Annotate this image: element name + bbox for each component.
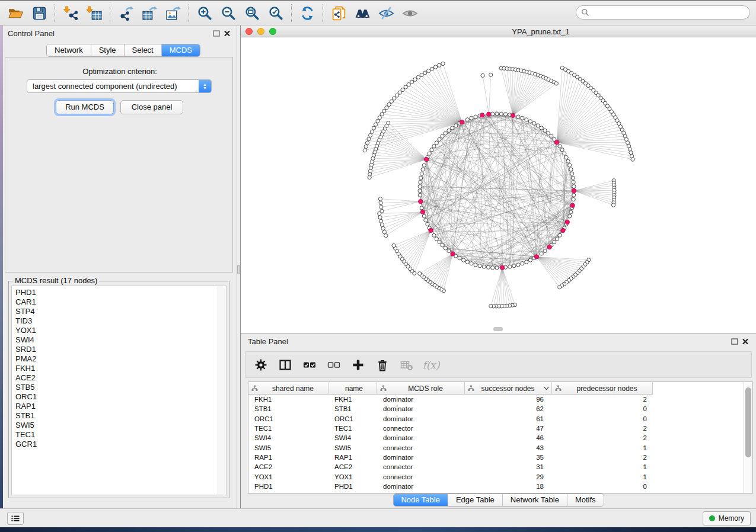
search-network-button[interactable]: [350, 2, 374, 24]
table-cell: connector: [377, 463, 465, 470]
table-row[interactable]: PHD1PHD1dominator180: [248, 482, 744, 491]
mcds-result-node: RAP1: [12, 402, 226, 411]
column-header-successor-nodes[interactable]: successor nodes: [465, 382, 552, 395]
tab-network[interactable]: Network: [47, 44, 91, 56]
table-row[interactable]: FKH1FKH1dominator962: [248, 395, 744, 404]
network-graph[interactable]: [241, 37, 756, 333]
function-builder-button[interactable]: f(x): [424, 358, 438, 372]
tab-select[interactable]: Select: [125, 44, 162, 56]
column-header-name[interactable]: name: [328, 382, 377, 395]
sort-chevron-icon: [544, 386, 549, 390]
table-cell: FKH1: [248, 396, 328, 403]
open-file-button[interactable]: [4, 2, 27, 24]
delete-table-button[interactable]: [400, 358, 414, 372]
table-cell: connector: [377, 425, 465, 432]
table-row[interactable]: YOX1YOX1connector291: [248, 472, 744, 481]
run-mcds-button[interactable]: Run MCDS: [56, 100, 114, 114]
zoom-selected-button[interactable]: [264, 2, 288, 24]
float-window-icon[interactable]: [731, 338, 738, 345]
search-icon: [581, 8, 589, 17]
mcds-result-node: FKH1: [12, 364, 226, 373]
table-cell: 29: [465, 473, 552, 480]
show-columns-button[interactable]: [278, 358, 292, 372]
mcds-result-node: STP4: [12, 307, 226, 316]
table-cell: 1: [552, 463, 653, 470]
column-header-predecessor-nodes[interactable]: predecessor nodes: [552, 382, 653, 395]
optimization-criterion-select[interactable]: largest connected component (undirected)…: [27, 79, 212, 93]
table-cell: ACE2: [248, 463, 328, 470]
refresh-layout-button[interactable]: [295, 2, 319, 24]
hide-selected-button[interactable]: [374, 2, 398, 24]
close-panel-icon[interactable]: [224, 30, 231, 37]
table-row[interactable]: ORC1ORC1dominator610: [248, 414, 744, 424]
network-hscroll-thumb[interactable]: [493, 327, 503, 331]
table-row[interactable]: RAP1RAP1dominator352: [248, 453, 744, 462]
add-column-button[interactable]: [351, 358, 365, 372]
global-search-input[interactable]: [592, 7, 749, 18]
mcds-result-node: TEC1: [12, 430, 226, 440]
column-header-shared-name[interactable]: shared name: [248, 382, 328, 395]
select-all-icon: [303, 358, 316, 371]
vertical-splitter[interactable]: [237, 25, 241, 508]
deselect-all-button[interactable]: [327, 358, 341, 372]
table-scrollbar[interactable]: [744, 382, 752, 493]
table-tab-edge-table[interactable]: Edge Table: [448, 494, 503, 506]
table-row[interactable]: TEC1TEC1connector472: [248, 424, 744, 433]
tab-mcds[interactable]: MCDS: [162, 44, 200, 56]
table-cell: 35: [465, 454, 552, 461]
clone-network-button[interactable]: [327, 2, 350, 24]
network-canvas[interactable]: [241, 37, 756, 333]
mcds-result-node: SRD1: [12, 345, 226, 354]
table-panel-title: Table Panel: [248, 337, 288, 346]
zoom-in-button[interactable]: [193, 2, 216, 24]
mcds-list-scrollbar[interactable]: [218, 286, 226, 495]
minimize-window-traffic-light[interactable]: [257, 28, 264, 35]
splitter-grip[interactable]: [237, 265, 240, 274]
import-network-button[interactable]: [59, 2, 82, 24]
shared-column-icon: [251, 385, 258, 392]
table-row[interactable]: SWI5SWI5connector431: [248, 443, 744, 452]
memory-status-icon: [709, 515, 715, 521]
float-window-icon[interactable]: [213, 30, 220, 37]
close-window-traffic-light[interactable]: [245, 28, 253, 35]
table-cell: 96: [465, 396, 552, 403]
table-row[interactable]: SWI4SWI4dominator462: [248, 433, 744, 443]
table-row[interactable]: STB1STB1dominator620: [248, 404, 744, 414]
table-tab-network-table[interactable]: Network Table: [503, 494, 567, 506]
task-history-button[interactable]: [7, 512, 24, 525]
export-image-button[interactable]: [161, 2, 185, 24]
delete-column-button[interactable]: [375, 358, 390, 372]
zoom-in-icon: [197, 5, 213, 21]
close-panel-icon[interactable]: [742, 338, 749, 345]
table-cell: SWI5: [328, 444, 377, 451]
close-panel-button[interactable]: Close panel: [120, 100, 183, 114]
table-cell: STB1: [248, 405, 328, 412]
select-all-button[interactable]: [302, 358, 317, 372]
save-session-button[interactable]: [27, 2, 51, 24]
mcds-result-node: YOX1: [12, 326, 226, 335]
control-panel: Control Panel NetworkStyleSelectMCDS Opt…: [3, 25, 237, 508]
table-settings-button[interactable]: [254, 358, 268, 372]
show-hidden-button[interactable]: [398, 2, 422, 24]
table-tab-motifs[interactable]: Motifs: [567, 494, 604, 506]
column-header-MCDS-role[interactable]: MCDS role: [377, 382, 465, 395]
maximize-window-traffic-light[interactable]: [269, 28, 276, 35]
export-table-button[interactable]: [138, 2, 161, 24]
shared-column-icon: [555, 385, 562, 392]
tab-style[interactable]: Style: [91, 44, 125, 56]
zoom-out-button[interactable]: [216, 2, 240, 24]
table-tab-node-table[interactable]: Node Table: [393, 494, 448, 506]
mcds-result-node: PHD1: [12, 288, 226, 297]
table-cell: 18: [465, 483, 552, 490]
import-table-button[interactable]: [82, 2, 106, 24]
export-network-icon: [118, 5, 134, 21]
trash-icon: [376, 358, 389, 371]
table-scrollbar-thumb[interactable]: [745, 387, 751, 457]
zoom-fit-button[interactable]: [240, 2, 264, 24]
status-bar: Memory: [0, 508, 756, 527]
network-window-titlebar: YPA_prune.txt_1: [241, 25, 756, 37]
memory-button[interactable]: Memory: [703, 511, 751, 525]
table-row[interactable]: ACE2ACE2connector311: [248, 462, 744, 472]
zoom-selected-icon: [268, 5, 284, 21]
export-network-button[interactable]: [114, 2, 138, 24]
